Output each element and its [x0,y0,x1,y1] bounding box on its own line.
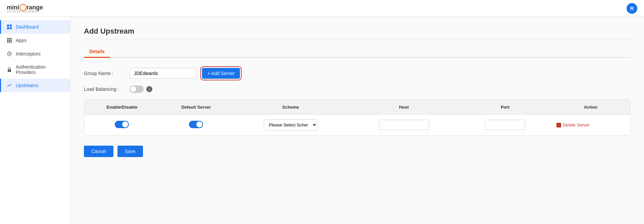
svg-rect-12 [10,41,12,43]
user-avatar[interactable]: R [627,3,637,14]
svg-rect-2 [7,27,9,29]
interceptors-icon [6,51,12,57]
group-name-label: Group Name : [84,71,124,76]
svg-rect-3 [10,27,12,29]
default-toggle-slider [189,121,203,128]
servers-table: Enable/Disable Default Server Scheme Hos… [84,100,630,135]
col-port: Port [459,100,551,115]
sidebar-item-upstreams[interactable]: Upstreams [0,79,70,92]
svg-rect-14 [8,69,11,72]
upstreams-icon [6,82,12,88]
enable-toggle[interactable] [115,121,129,128]
delete-server-label: Delete Server [563,122,589,127]
table-header-row: Enable/Disable Default Server Scheme Hos… [84,100,630,115]
delete-icon [556,123,561,127]
sidebar-item-interceptors[interactable]: Interceptors [0,47,70,61]
svg-rect-5 [9,38,10,39]
svg-rect-10 [7,41,8,43]
col-host: Host [349,100,459,115]
bottom-actions: Cancel Save [84,146,631,157]
apps-icon [6,37,12,43]
cell-enable-toggle [84,115,160,136]
default-server-toggle[interactable] [189,121,203,128]
sidebar-item-dashboard[interactable]: Dashboard [0,20,70,34]
port-input[interactable] [485,120,525,130]
svg-rect-6 [10,38,12,39]
load-balancing-label: Load Balancing : [84,86,124,92]
enable-toggle-slider [115,121,129,128]
load-balancing-toggle[interactable] [130,85,144,93]
sidebar-item-dashboard-label: Dashboard [16,24,39,30]
cell-host [349,115,459,136]
col-enable-disable: Enable/Disable [84,100,160,115]
sidebar-item-upstreams-label: Upstreams [16,83,39,88]
page-title: Add Upstream [84,27,631,36]
sidebar-item-interceptors-label: Interceptors [16,51,41,57]
sidebar: Dashboard Apps Interceptors Authenticati… [0,17,70,224]
delete-server-button[interactable]: Delete Server [556,122,589,127]
svg-rect-11 [9,41,10,43]
header: mini◯range ACCESS GATEWAY R [0,0,644,17]
toggle-slider [130,85,144,93]
host-input[interactable] [379,120,429,130]
tab-details[interactable]: Details [84,46,110,58]
svg-rect-8 [9,40,10,41]
group-name-input[interactable] [130,68,197,79]
load-balancing-row: Load Balancing : i [84,85,631,93]
logo: mini◯range ACCESS GATEWAY [7,3,43,13]
sidebar-item-auth-providers-label: Authentication Providers [16,64,65,75]
add-server-button[interactable]: + Add Server [202,68,240,79]
svg-rect-0 [7,25,9,27]
logo-area: mini◯range ACCESS GATEWAY [7,3,43,13]
sidebar-item-apps[interactable]: Apps [0,34,70,47]
logo-subtitle: ACCESS GATEWAY [7,10,43,13]
sidebar-item-authentication-providers[interactable]: Authentication Providers [0,61,70,79]
main-content: Add Upstream Details Group Name : + Add … [70,17,644,224]
header-divider [84,39,631,39]
tab-bar: Details [84,46,631,58]
col-default-server: Default Server [160,100,233,115]
lock-icon [6,67,12,73]
sidebar-item-apps-label: Apps [16,38,27,43]
scheme-select[interactable]: Please Select Schen http https [264,119,317,130]
cell-default-toggle [160,115,233,136]
svg-rect-1 [10,25,12,27]
cell-action: Delete Server [551,115,630,136]
col-action: Action [551,100,630,115]
group-name-row: Group Name : + Add Server [84,68,631,79]
load-balancing-toggle-wrapper: i [130,85,152,93]
info-icon[interactable]: i [146,86,152,92]
svg-rect-9 [10,40,12,41]
save-button[interactable]: Save [117,146,143,157]
cancel-button[interactable]: Cancel [84,146,113,157]
svg-rect-4 [7,38,8,39]
col-scheme: Scheme [233,100,349,115]
table-row: Please Select Schen http https [84,115,630,136]
layout: Dashboard Apps Interceptors Authenticati… [0,17,644,224]
svg-rect-7 [7,40,8,41]
cell-port [459,115,551,136]
servers-table-wrapper: Enable/Disable Default Server Scheme Hos… [84,100,631,136]
dashboard-icon [6,24,12,30]
cell-scheme: Please Select Schen http https [233,115,349,136]
